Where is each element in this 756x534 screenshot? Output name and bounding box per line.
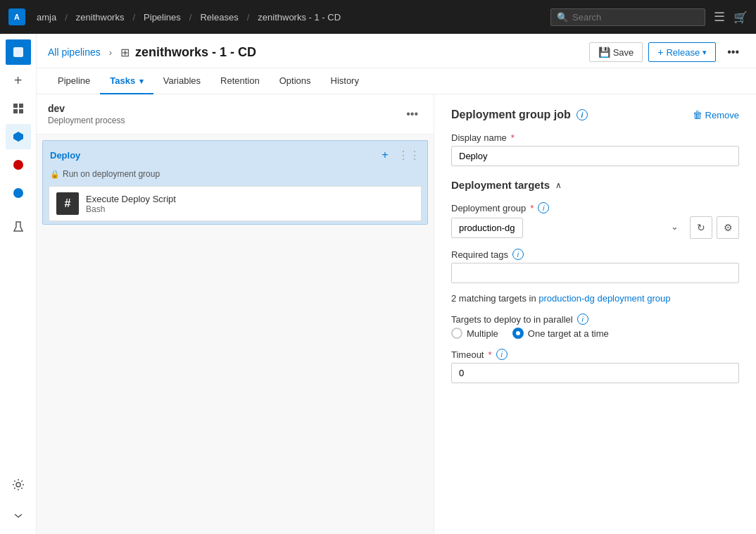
deployment-group-select[interactable]: production-dg	[451, 218, 523, 238]
job-header: Deploy + ⋮⋮	[43, 141, 427, 169]
job-subtitle: 🔒 Run on deployment group	[43, 169, 427, 183]
breadcrumb-project[interactable]: zenithworks	[76, 12, 125, 23]
task-type: Bash	[86, 204, 176, 214]
list-view-icon[interactable]: ☰	[714, 9, 725, 25]
breadcrumb-sep-4: /	[247, 12, 250, 23]
parallel-label: Targets to deploy to in parallel i	[451, 313, 739, 325]
tab-options[interactable]: Options	[270, 68, 321, 94]
radio-multiple[interactable]: Multiple	[451, 328, 498, 339]
svg-point-7	[13, 188, 23, 198]
stage-header: dev Deployment process •••	[37, 94, 434, 135]
lock-icon: 🔒	[50, 170, 60, 179]
job-title[interactable]: Deploy	[50, 150, 372, 161]
timeout-info-icon[interactable]: i	[496, 349, 508, 360]
sidebar-icon-deploy[interactable]	[6, 180, 31, 206]
remove-button[interactable]: 🗑 Remove	[693, 109, 739, 120]
radio-multiple-label: Multiple	[467, 328, 498, 339]
breadcrumb-sep-1: /	[65, 12, 68, 23]
display-name-label: Display name *	[451, 132, 739, 143]
remove-label: Remove	[705, 110, 739, 120]
tab-retention[interactable]: Retention	[210, 68, 270, 94]
page-header: All pipelines › ⊞ zenithworks - 1 - CD 💾…	[37, 34, 756, 68]
header-chevron: ›	[109, 47, 112, 58]
sidebar-icon-expand[interactable]	[6, 503, 31, 528]
timeout-label: Timeout * i	[451, 349, 739, 360]
search-box[interactable]: 🔍	[550, 8, 705, 26]
task-item[interactable]: # Execute Deploy Script Bash	[49, 186, 422, 221]
svg-rect-1	[13, 104, 18, 108]
timeout-input[interactable]	[451, 363, 739, 383]
tab-tasks[interactable]: Tasks ▾	[100, 68, 153, 94]
radio-one-circle	[512, 328, 524, 339]
display-name-input[interactable]	[451, 146, 739, 166]
main-split: dev Deployment process ••• Deploy + ⋮⋮ 🔒…	[37, 94, 756, 534]
breadcrumb-releases[interactable]: Releases	[200, 12, 238, 23]
deployment-group-row: production-dg ↻ ⚙	[451, 216, 739, 239]
save-button[interactable]: 💾 Save	[589, 42, 643, 62]
cart-icon[interactable]: 🛒	[733, 11, 748, 24]
sidebar-icon-settings[interactable]	[6, 472, 31, 497]
refresh-icon: ↻	[697, 222, 705, 233]
top-nav: A amja / zenithworks / Pipelines / Relea…	[0, 0, 756, 34]
release-label: Release	[666, 47, 700, 58]
all-pipelines-link[interactable]: All pipelines	[48, 46, 101, 58]
radio-multiple-circle	[451, 328, 462, 339]
tab-history[interactable]: History	[321, 68, 369, 94]
required-tags-input[interactable]	[451, 263, 739, 283]
svg-rect-2	[19, 104, 23, 108]
sidebar-icons: +	[0, 34, 37, 534]
plus-icon: +	[657, 46, 663, 58]
tabs-bar: Pipeline Tasks ▾ Variables Retention Opt…	[37, 68, 756, 94]
breadcrumb-org[interactable]: amja	[37, 12, 56, 23]
right-panel: Deployment group job i 🗑 Remove Display …	[434, 94, 756, 534]
section-header: Deployment group job i 🗑 Remove	[451, 108, 739, 121]
deployment-group-select-wrapper: production-dg	[451, 218, 686, 238]
tab-variables[interactable]: Variables	[153, 68, 210, 94]
svg-rect-3	[13, 109, 18, 113]
svg-rect-4	[19, 109, 23, 113]
display-name-required: *	[511, 132, 515, 143]
sidebar-icon-flask[interactable]	[6, 214, 31, 240]
section-title-text: Deployment group job	[451, 108, 571, 121]
header-actions: 💾 Save + Release ▾ •••	[589, 42, 745, 62]
sidebar-icon-home[interactable]	[6, 39, 31, 65]
sidebar-icon-test[interactable]	[6, 152, 31, 178]
collapse-icon[interactable]: ∧	[555, 180, 562, 190]
radio-one-at-a-time[interactable]: One target at a time	[512, 328, 609, 339]
refresh-button[interactable]: ↻	[690, 216, 712, 239]
breadcrumb-pipelines[interactable]: Pipelines	[144, 12, 181, 23]
stage-more-button[interactable]: •••	[402, 106, 422, 122]
timeout-required: *	[488, 349, 491, 360]
trash-icon: 🗑	[693, 109, 703, 120]
drag-handle[interactable]: ⋮⋮	[398, 149, 420, 162]
save-disk-icon: 💾	[598, 46, 610, 58]
matching-msg: 2 matching targets in production-dg depl…	[451, 293, 739, 304]
section-info-icon[interactable]: i	[577, 109, 588, 120]
matching-link[interactable]: production-dg deployment group	[538, 293, 670, 304]
gear-icon: ⚙	[724, 222, 733, 233]
release-chevron-icon: ▾	[703, 48, 707, 57]
required-tags-info-icon[interactable]: i	[512, 249, 524, 260]
parallel-info-icon[interactable]: i	[577, 313, 588, 325]
add-task-button[interactable]: +	[377, 147, 393, 163]
tab-pipeline[interactable]: Pipeline	[48, 68, 100, 94]
required-tags-label: Required tags i	[451, 249, 739, 260]
settings-button[interactable]: ⚙	[717, 216, 739, 239]
tasks-tab-arrow: ▾	[139, 77, 144, 85]
release-button[interactable]: + Release ▾	[648, 42, 716, 62]
page-title: zenithworks - 1 - CD	[135, 45, 256, 60]
radio-one-label: One target at a time	[528, 328, 609, 339]
sidebar-icon-tasks[interactable]	[6, 124, 31, 149]
stage-subtitle: Deployment process	[48, 116, 125, 125]
content-area: All pipelines › ⊞ zenithworks - 1 - CD 💾…	[37, 34, 756, 534]
sidebar-icon-add[interactable]: +	[6, 68, 31, 93]
sidebar-icon-board[interactable]	[6, 96, 31, 121]
task-name: Execute Deploy Script	[86, 194, 176, 204]
search-input[interactable]	[572, 12, 699, 23]
breadcrumb-sep-2: /	[132, 12, 135, 23]
pipeline-icon: ⊞	[120, 46, 130, 59]
deployment-group-info-icon[interactable]: i	[538, 202, 549, 213]
more-options-button[interactable]: •••	[722, 42, 745, 62]
deployment-targets-header: Deployment targets ∧	[451, 179, 739, 191]
svg-rect-0	[13, 47, 23, 57]
